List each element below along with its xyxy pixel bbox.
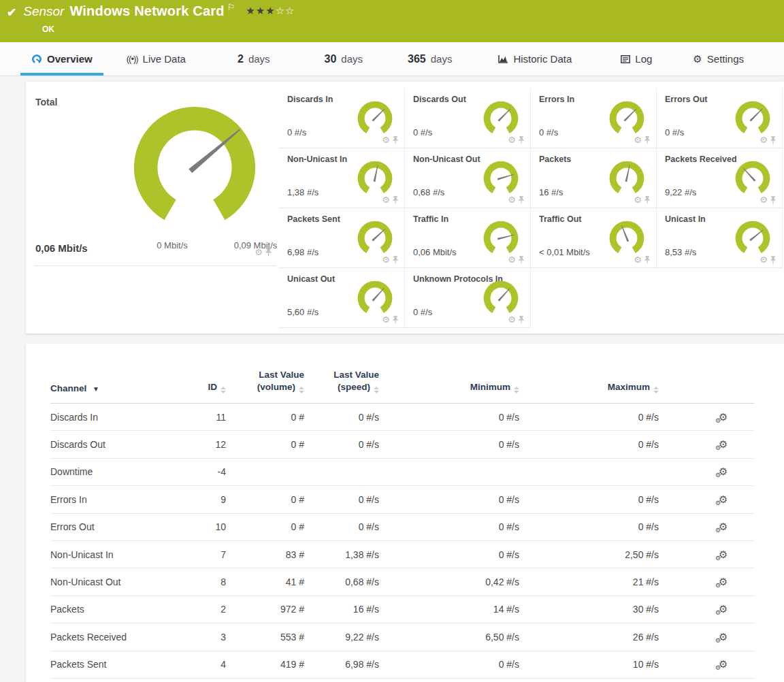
gauge-settings-icon[interactable]: ⚙ xyxy=(382,135,390,144)
sort-icon[interactable] xyxy=(299,387,304,393)
pin-icon[interactable] xyxy=(392,136,399,144)
gauge-settings-icon[interactable]: ⚙ xyxy=(634,135,642,144)
channel-minimum: 0 #/s xyxy=(379,549,519,560)
sort-icon[interactable] xyxy=(653,387,659,393)
gauge xyxy=(355,99,395,138)
channel-settings-icon[interactable]: ⚙⚙ xyxy=(719,603,728,615)
channel-last-value-speed: 0 #/s xyxy=(304,521,379,532)
gauge-title: Errors Out xyxy=(665,95,708,104)
column-header-minimum[interactable]: Minimum xyxy=(379,382,519,393)
tab-historic-data[interactable]: Historic Data xyxy=(487,42,583,76)
pin-icon[interactable] xyxy=(644,256,651,264)
gauge-value: 9,22 #/s xyxy=(665,187,696,197)
pin-icon[interactable] xyxy=(518,136,525,144)
gauge-settings-icon[interactable]: ⚙ xyxy=(508,315,516,324)
table-row[interactable]: Discards In 11 0 # 0 #/s 0 #/s 0 #/s ⚙⚙ xyxy=(50,404,754,431)
channel-last-value-volume: 41 # xyxy=(226,577,304,587)
channel-settings-icon[interactable]: ⚙⚙ xyxy=(719,466,728,478)
tab-30-days[interactable]: 30 days xyxy=(314,42,374,76)
gauge-cell: Discards In 0 #/s ⚙ xyxy=(279,88,405,148)
channel-last-value-speed: 0,68 #/s xyxy=(304,577,379,587)
gauge-title: Non-Unicast Out xyxy=(413,155,480,164)
pin-icon[interactable] xyxy=(644,136,651,144)
column-label: (speed) xyxy=(338,382,370,392)
gauge-cell: Traffic Out < 0,01 Mbit/s ⚙ xyxy=(531,208,657,268)
flag-icon[interactable]: ⚐ xyxy=(227,3,235,12)
total-gauge-min-label: 0 Mbit/s xyxy=(135,240,210,250)
tab-number: 30 xyxy=(325,53,337,65)
sort-icon[interactable] xyxy=(374,387,379,393)
pin-icon[interactable] xyxy=(518,316,525,324)
channel-id: 3 xyxy=(183,632,226,643)
tab-overview[interactable]: Overview xyxy=(20,42,103,76)
gauge-settings-icon[interactable]: ⚙ xyxy=(760,135,768,144)
pin-icon[interactable] xyxy=(770,256,777,264)
gauge-settings-icon[interactable]: ⚙ xyxy=(508,255,516,264)
column-header-maximum[interactable]: Maximum xyxy=(519,382,659,393)
pin-icon[interactable] xyxy=(265,248,272,257)
table-row[interactable]: Non-Unicast In 7 83 # 1,38 #/s 0 #/s 2,5… xyxy=(50,541,754,568)
table-row[interactable]: Non-Unicast Out 8 41 # 0,68 #/s 0,42 #/s… xyxy=(50,568,754,596)
channel-last-value-speed: 9,22 #/s xyxy=(304,632,379,643)
tab-365-days[interactable]: 365 days xyxy=(397,42,463,76)
sort-icon[interactable] xyxy=(220,387,226,393)
tab-2-days[interactable]: 2 days xyxy=(227,42,281,76)
channel-last-value-volume: 0 # xyxy=(226,521,304,532)
column-header-last-value-speed[interactable]: Last Value (speed) xyxy=(304,369,379,393)
gauge-title: Non-Unicast In xyxy=(287,155,347,164)
channel-settings-icon[interactable]: ⚙⚙ xyxy=(719,576,728,588)
gauge-value: 1,38 #/s xyxy=(287,187,318,197)
gauge-settings-icon[interactable]: ⚙ xyxy=(382,255,390,264)
gauge-settings-icon[interactable]: ⚙ xyxy=(508,135,516,144)
gauge-settings-icon[interactable]: ⚙ xyxy=(255,248,263,257)
gauge-cell: Unicast Out 5,60 #/s ⚙ xyxy=(279,268,405,328)
gauge-settings-icon[interactable]: ⚙ xyxy=(382,195,390,204)
channel-settings-icon[interactable]: ⚙⚙ xyxy=(719,438,728,451)
channel-settings-icon[interactable]: ⚙⚙ xyxy=(719,521,728,533)
pin-icon[interactable] xyxy=(392,196,399,204)
channel-settings-icon[interactable]: ⚙⚙ xyxy=(719,411,728,423)
pin-icon[interactable] xyxy=(770,196,777,204)
table-row[interactable]: Downtime -4 ⚙⚙ xyxy=(50,459,754,486)
sort-icon[interactable] xyxy=(514,387,519,393)
channel-settings-icon[interactable]: ⚙⚙ xyxy=(719,549,728,561)
table-row[interactable]: Packets Sent 4 419 # 6,98 #/s 0 #/s 10 #… xyxy=(50,651,754,679)
table-row[interactable]: Errors Out 10 0 # 0 #/s 0 #/s 0 #/s ⚙⚙ xyxy=(50,514,754,541)
gauge-settings-icon[interactable]: ⚙ xyxy=(508,195,516,204)
channel-id: 10 xyxy=(183,521,226,532)
gauge-settings-icon[interactable]: ⚙ xyxy=(760,195,768,204)
gauge-settings-icon[interactable]: ⚙ xyxy=(382,315,390,324)
tab-log[interactable]: Log xyxy=(610,42,663,76)
gauge-settings-icon[interactable]: ⚙ xyxy=(634,195,642,204)
gauge-settings-icon[interactable]: ⚙ xyxy=(760,255,768,264)
pin-icon[interactable] xyxy=(518,256,525,264)
gauge-settings-icon[interactable]: ⚙ xyxy=(634,255,642,264)
pin-icon[interactable] xyxy=(392,316,399,324)
column-header-channel[interactable]: Channel ▼ xyxy=(50,383,183,393)
pin-icon[interactable] xyxy=(392,256,399,264)
channel-settings-icon[interactable]: ⚙⚙ xyxy=(719,658,728,670)
filled-stars[interactable]: ★★★ xyxy=(246,5,275,16)
channel-minimum: 0 #/s xyxy=(379,412,519,423)
table-row[interactable]: Packets Received 3 553 # 9,22 #/s 6,50 #… xyxy=(50,623,754,651)
pin-icon[interactable] xyxy=(518,196,525,204)
gauge-value: 0,06 Mbit/s xyxy=(413,247,457,257)
channel-last-value-speed: 0 #/s xyxy=(304,494,379,505)
tab-live-data[interactable]: ((•)) Live Data xyxy=(116,42,197,76)
channel-id: 12 xyxy=(183,439,226,450)
channel-settings-icon[interactable]: ⚙⚙ xyxy=(719,631,728,643)
priority-rating[interactable]: ★★★☆☆ xyxy=(246,5,295,17)
column-header-id[interactable]: ID xyxy=(183,382,226,393)
empty-stars[interactable]: ☆☆ xyxy=(276,5,295,16)
pin-icon[interactable] xyxy=(644,196,651,204)
column-header-last-value-volume[interactable]: Last Value (volume) xyxy=(226,369,304,393)
table-row[interactable]: Discards Out 12 0 # 0 #/s 0 #/s 0 #/s ⚙⚙ xyxy=(50,431,754,458)
channel-settings-icon[interactable]: ⚙⚙ xyxy=(719,493,728,506)
channel-minimum: 0 #/s xyxy=(379,439,519,450)
tab-settings[interactable]: ⚙ Settings xyxy=(682,42,755,76)
pin-icon[interactable] xyxy=(770,136,777,144)
total-gauge-cell: Total 0,06 Mbit/s 0 Mbit/s 0,09 Mbit/s ⚙ xyxy=(26,82,279,334)
table-row[interactable]: Errors In 9 0 # 0 #/s 0 #/s 0 #/s ⚙⚙ xyxy=(50,486,754,513)
gauge-title: Discards In xyxy=(287,95,333,104)
table-row[interactable]: Packets 2 972 # 16 #/s 14 #/s 30 #/s ⚙⚙ xyxy=(50,596,754,623)
